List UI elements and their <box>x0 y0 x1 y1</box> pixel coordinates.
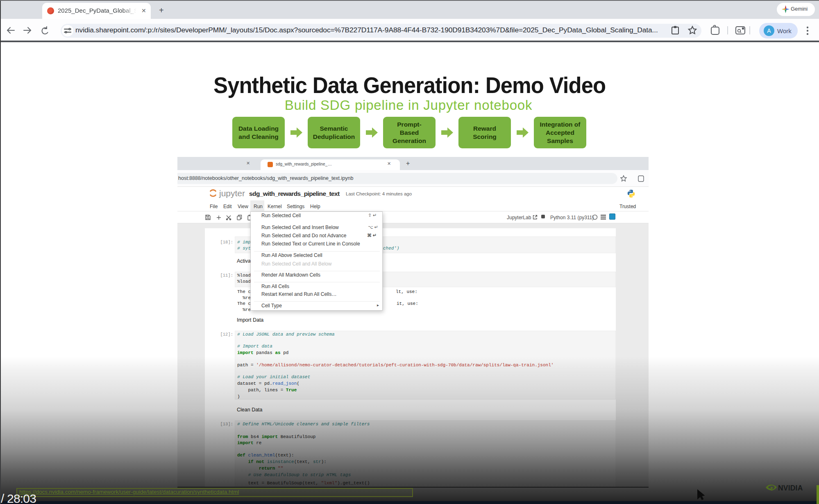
svg-text:NVIDIA: NVIDIA <box>778 484 803 492</box>
